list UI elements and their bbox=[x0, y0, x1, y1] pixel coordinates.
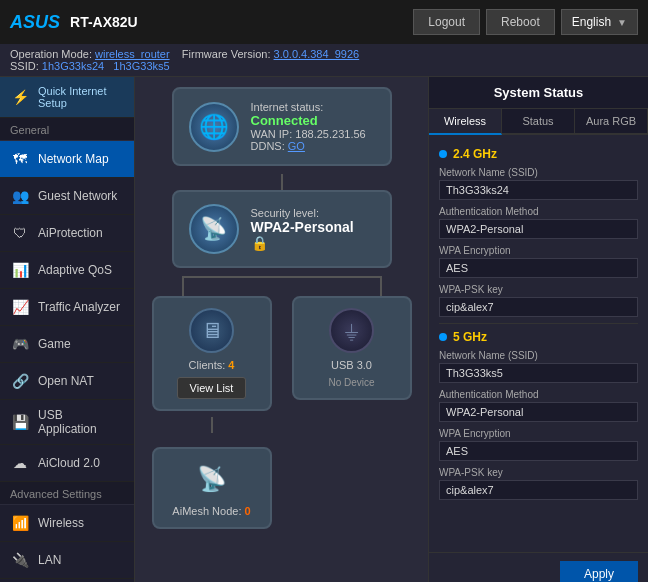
sidebar-item-open-nat-label: Open NAT bbox=[38, 374, 94, 388]
adaptive-qos-icon: 📊 bbox=[10, 260, 30, 280]
info-bar: Operation Mode: wireless_router Firmware… bbox=[0, 44, 648, 77]
sidebar-item-guest-network[interactable]: 👥 Guest Network bbox=[0, 178, 134, 215]
sidebar-item-aicloud[interactable]: ☁ AiCloud 2.0 bbox=[0, 445, 134, 482]
network-diagram: 🌐 Internet status: Connected WAN IP: 188… bbox=[135, 77, 428, 582]
tab-status[interactable]: Status bbox=[502, 109, 575, 133]
psk-24-label: WPA-PSK key bbox=[439, 284, 638, 295]
band-24-label: 2.4 GHz bbox=[453, 147, 497, 161]
sidebar-item-usb-application[interactable]: 💾 USB Application bbox=[0, 400, 134, 445]
tab-aura-rgb[interactable]: Aura RGB bbox=[575, 109, 648, 133]
clients-node: 🖥 Clients: 4 View List bbox=[152, 296, 272, 411]
router-icon: 📡 bbox=[189, 204, 239, 254]
general-section-label: General bbox=[0, 118, 134, 141]
model-name: RT-AX82U bbox=[70, 14, 138, 30]
encryption-5-label: WPA Encryption bbox=[439, 428, 638, 439]
logout-button[interactable]: Logout bbox=[413, 9, 480, 35]
lan-icon: 🔌 bbox=[10, 550, 30, 570]
sidebar-item-traffic-analyzer[interactable]: 📈 Traffic Analyzer bbox=[0, 289, 134, 326]
h-connector bbox=[152, 276, 412, 296]
sidebar-item-game[interactable]: 🎮 Game bbox=[0, 326, 134, 363]
chevron-down-icon: ▼ bbox=[617, 17, 627, 28]
ssid1: 1h3G33ks24 bbox=[42, 60, 104, 72]
security-value: WPA2-Personal 🔒 bbox=[251, 219, 375, 251]
sidebar-item-adaptive-qos-label: Adaptive QoS bbox=[38, 263, 112, 277]
sidebar-item-lan[interactable]: 🔌 LAN bbox=[0, 542, 134, 579]
diagram-inner: 🌐 Internet status: Connected WAN IP: 188… bbox=[145, 87, 418, 529]
usb-label: USB 3.0 bbox=[331, 359, 372, 371]
psk-5-value: cip&alex7 bbox=[439, 480, 638, 500]
header: ASUS RT-AX82U Logout Reboot English ▼ bbox=[0, 0, 648, 44]
sidebar-item-network-map[interactable]: 🗺 Network Map bbox=[0, 141, 134, 178]
traffic-analyzer-icon: 📈 bbox=[10, 297, 30, 317]
ddns-link[interactable]: GO bbox=[288, 140, 305, 152]
ddns-label: DDNS: bbox=[251, 140, 285, 152]
usb-application-icon: 💾 bbox=[10, 412, 30, 432]
tab-wireless[interactable]: Wireless bbox=[429, 109, 502, 135]
apply-button[interactable]: Apply bbox=[560, 561, 638, 582]
sidebar-item-aiprotection[interactable]: 🛡 AiProtection bbox=[0, 215, 134, 252]
bottom-row: 🖥 Clients: 4 View List 📡 AiMesh Node: bbox=[152, 296, 412, 529]
wan-ip-label: WAN IP: bbox=[251, 128, 293, 140]
encryption-5-value: AES bbox=[439, 441, 638, 461]
connector-line-1 bbox=[281, 174, 283, 190]
aimesh-count: 0 bbox=[245, 505, 251, 517]
internet-icon: 🌐 bbox=[189, 102, 239, 152]
firmware-value: 3.0.0.4.384_9926 bbox=[274, 48, 360, 60]
ssid-label: SSID: bbox=[10, 60, 39, 72]
sidebar-item-open-nat[interactable]: 🔗 Open NAT bbox=[0, 363, 134, 400]
asus-logo: ASUS bbox=[10, 12, 60, 33]
v-line-left bbox=[182, 276, 184, 296]
sidebar-item-adaptive-qos[interactable]: 📊 Adaptive QoS bbox=[0, 252, 134, 289]
ssid-5-label: Network Name (SSID) bbox=[439, 350, 638, 361]
psk-24-value: cip&alex7 bbox=[439, 297, 638, 317]
internet-status-label: Internet status: bbox=[251, 101, 366, 113]
usb-icon: ⏚ bbox=[329, 308, 374, 353]
aimesh-icon: 📡 bbox=[192, 459, 232, 499]
aimesh-label: AiMesh Node: 0 bbox=[172, 505, 250, 517]
clients-icon: 🖥 bbox=[189, 308, 234, 353]
operation-mode-value: wireless_router bbox=[95, 48, 170, 60]
panel-title: System Status bbox=[429, 77, 648, 109]
panel-footer: Apply bbox=[429, 552, 648, 582]
clients-column: 🖥 Clients: 4 View List 📡 AiMesh Node: bbox=[152, 296, 272, 529]
ddns-row: DDNS: GO bbox=[251, 140, 366, 152]
system-status-panel: System Status Wireless Status Aura RGB 2… bbox=[428, 77, 648, 582]
quick-internet-icon: ⚡ bbox=[10, 87, 30, 107]
sidebar-item-aicloud-label: AiCloud 2.0 bbox=[38, 456, 100, 470]
sidebar-item-guest-network-label: Guest Network bbox=[38, 189, 117, 203]
usb-status: No Device bbox=[328, 377, 374, 388]
ssid2: 1h3G33ks5 bbox=[113, 60, 169, 72]
internet-status-value: Connected bbox=[251, 113, 366, 128]
band-5-dot bbox=[439, 333, 447, 341]
sidebar-item-lan-label: LAN bbox=[38, 553, 61, 567]
main-layout: ⚡ Quick InternetSetup General 🗺 Network … bbox=[0, 77, 648, 582]
band-24-dot bbox=[439, 150, 447, 158]
open-nat-icon: 🔗 bbox=[10, 371, 30, 391]
v-line-right bbox=[380, 276, 382, 296]
view-list-button[interactable]: View List bbox=[177, 377, 247, 399]
language-selector[interactable]: English ▼ bbox=[561, 9, 638, 35]
band-5-label: 5 GHz bbox=[453, 330, 487, 344]
sidebar-item-wireless[interactable]: 📶 Wireless bbox=[0, 505, 134, 542]
wan-ip-value: 188.25.231.56 bbox=[295, 128, 365, 140]
firmware-label: Firmware Version: bbox=[182, 48, 271, 60]
guest-network-icon: 👥 bbox=[10, 186, 30, 206]
operation-mode-label: Operation Mode: bbox=[10, 48, 92, 60]
game-icon: 🎮 bbox=[10, 334, 30, 354]
encryption-24-label: WPA Encryption bbox=[439, 245, 638, 256]
lock-icon: 🔒 bbox=[251, 235, 268, 251]
internet-node: 🌐 Internet status: Connected WAN IP: 188… bbox=[172, 87, 392, 166]
clients-count: 4 bbox=[228, 359, 234, 371]
advanced-section-label: Advanced Settings bbox=[0, 482, 134, 505]
sidebar-item-quick-internet[interactable]: ⚡ Quick InternetSetup bbox=[0, 77, 134, 118]
encryption-24-value: AES bbox=[439, 258, 638, 278]
ssid-5-value: Th3G33ks5 bbox=[439, 363, 638, 383]
network-map-icon: 🗺 bbox=[10, 149, 30, 169]
auth-5-value: WPA2-Personal bbox=[439, 402, 638, 422]
psk-5-label: WPA-PSK key bbox=[439, 467, 638, 478]
band-divider bbox=[439, 323, 638, 324]
reboot-button[interactable]: Reboot bbox=[486, 9, 555, 35]
clients-label: Clients: 4 bbox=[189, 359, 235, 371]
auth-24-label: Authentication Method bbox=[439, 206, 638, 217]
network-diagram-area: 🌐 Internet status: Connected WAN IP: 188… bbox=[135, 77, 428, 582]
